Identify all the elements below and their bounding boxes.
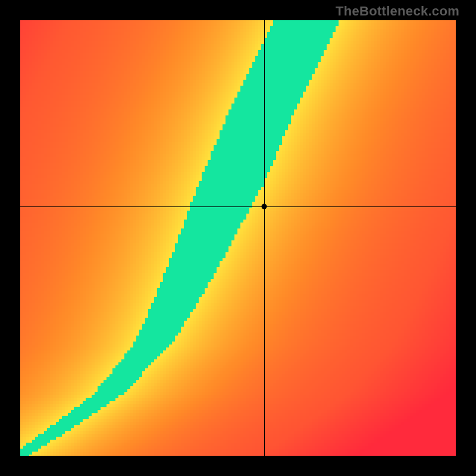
- figure-frame: TheBottleneck.com: [0, 0, 476, 476]
- heatmap-canvas: [20, 20, 456, 456]
- heatmap-plot: [20, 20, 456, 456]
- watermark-text: TheBottleneck.com: [336, 4, 459, 19]
